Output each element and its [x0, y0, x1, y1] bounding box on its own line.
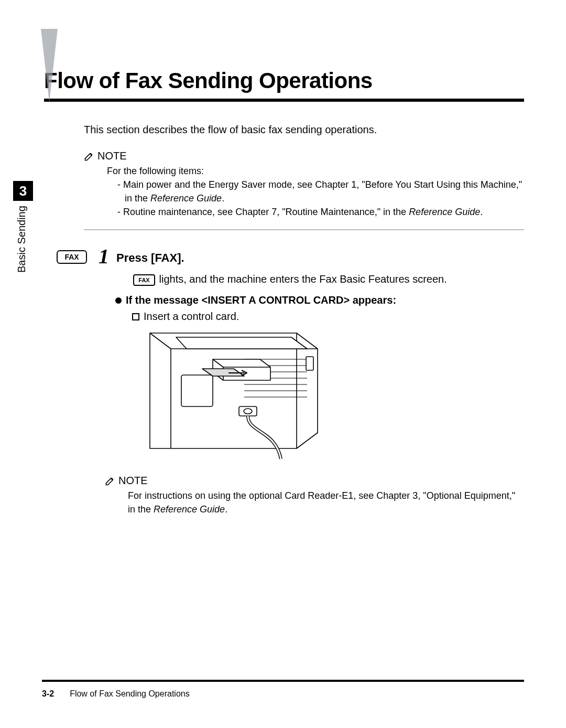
intro-text: This section describes the flow of basic…	[84, 122, 524, 137]
svg-point-9	[244, 409, 252, 414]
page-footer: 3-2 Flow of Fax Sending Operations	[42, 680, 524, 699]
checklist-item: Insert a control card.	[132, 311, 524, 323]
page-title: Flow of Fax Sending Operations	[44, 68, 524, 93]
note-block-2: NOTE For instructions on using the optio…	[105, 475, 524, 516]
note-lead: For the following items:	[107, 164, 524, 178]
note-icon	[84, 151, 94, 162]
checkbox-icon	[132, 313, 139, 320]
divider	[84, 229, 524, 230]
sub-heading: If the message <INSERT A CONTROL CARD> a…	[115, 294, 524, 306]
step-number: 1	[99, 246, 109, 267]
side-section-label: Basic Sending	[16, 206, 28, 273]
step-title: Press [FAX].	[116, 251, 184, 265]
decorative-triangle	[41, 29, 58, 102]
note-label: NOTE	[118, 475, 148, 487]
note-block-1: NOTE For the following items: Main power…	[84, 150, 524, 219]
fax-key-inline-icon: FAX	[133, 274, 155, 286]
step-line-1: FAX lights, and the machine enters the F…	[132, 271, 524, 287]
chapter-tab: 3	[13, 181, 33, 201]
running-head: Flow of Fax Sending Operations	[70, 689, 190, 699]
note-label: NOTE	[97, 150, 127, 162]
note-item-1: Main power and the Energy Saver mode, se…	[117, 178, 524, 205]
note2-text: For instructions on using the optional C…	[128, 490, 515, 515]
page-number: 3-2	[42, 689, 54, 699]
svg-rect-7	[181, 375, 213, 406]
note-item-2: Routine maintenance, see Chapter 7, "Rou…	[117, 205, 524, 219]
bullet-icon	[115, 297, 122, 304]
fax-key-icon: FAX	[57, 250, 87, 264]
svg-rect-10	[306, 357, 313, 370]
card-reader-illustration	[139, 328, 328, 464]
note-icon	[105, 476, 115, 486]
title-rule	[44, 99, 524, 102]
